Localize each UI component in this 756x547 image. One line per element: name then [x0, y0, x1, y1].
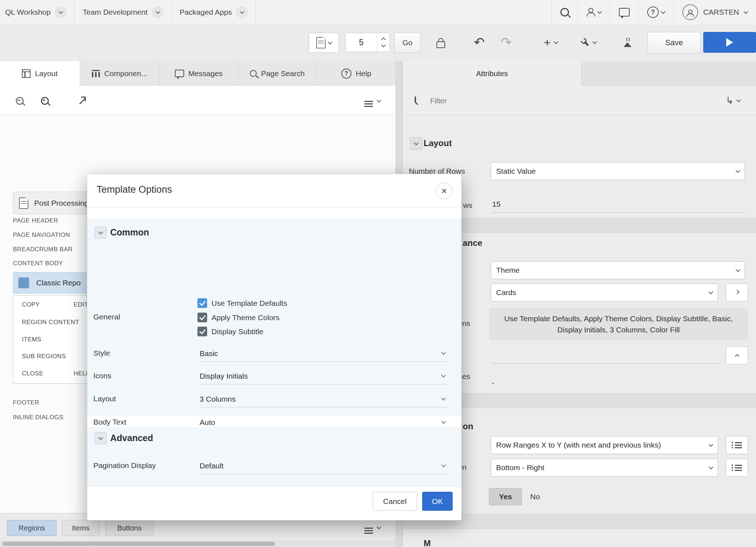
- zoom-in-button[interactable]: [36, 94, 54, 108]
- buttons-button[interactable]: Buttons: [105, 520, 154, 536]
- advanced-collapse-button[interactable]: [94, 432, 107, 444]
- chevron-down-icon[interactable]: [236, 6, 248, 18]
- checkbox-row-display-subtitle[interactable]: Display Subtitle: [197, 327, 263, 336]
- admin-menu-button[interactable]: [578, 0, 610, 24]
- ok-button-label: OK: [432, 497, 443, 506]
- empty-underline-field[interactable]: [491, 346, 718, 364]
- expand-button[interactable]: [73, 94, 90, 108]
- checkbox-row-apply-theme-colors[interactable]: Apply Theme Colors: [197, 313, 280, 322]
- menu-item-copy[interactable]: COPY: [22, 301, 40, 308]
- max-rows-field[interactable]: [491, 196, 745, 213]
- cancel-button[interactable]: Cancel: [373, 492, 417, 511]
- pagination-type-select[interactable]: Row Ranges X to Y (with next and previou…: [491, 436, 718, 454]
- pagination-display-select[interactable]: Default: [200, 458, 449, 474]
- menu-item-edit[interactable]: EDIT: [74, 301, 88, 308]
- shared-components-button[interactable]: [618, 33, 638, 52]
- layout-section-title: Layout: [424, 138, 452, 148]
- tab-attributes-label: Attributes: [476, 69, 508, 78]
- items-button[interactable]: Items: [61, 520, 100, 536]
- template-edit-button[interactable]: [726, 284, 748, 301]
- chevron-down-icon[interactable]: [152, 6, 163, 18]
- template-options-summary[interactable]: Use Template Defaults, Apply Theme Color…: [489, 308, 748, 340]
- chevron-down-icon: [709, 465, 713, 469]
- pagination-display-label: Pagination Display: [93, 461, 156, 470]
- page-selector-button[interactable]: [309, 33, 339, 53]
- tab-component-view[interactable]: Componen...: [80, 61, 160, 86]
- page-toolbar: Go ↶ ↷ + Save: [0, 24, 756, 61]
- nav-team-development[interactable]: Team Development: [75, 0, 171, 24]
- chevron-down-icon: [709, 442, 713, 447]
- no-toggle-button[interactable]: No: [530, 492, 540, 501]
- tree-item-page-header[interactable]: PAGE HEADER: [13, 217, 58, 224]
- redo-button[interactable]: ↷: [497, 32, 515, 52]
- run-button[interactable]: [703, 32, 756, 53]
- nav-sql-workshop[interactable]: QL Workshop: [0, 0, 74, 24]
- page-lock-button[interactable]: [433, 34, 449, 52]
- attributes-filter-bar: ↳: [403, 86, 756, 115]
- divider: [256, 0, 256, 24]
- checkbox-checked-icon[interactable]: [197, 298, 207, 308]
- icons-select[interactable]: Display Initials: [200, 368, 449, 384]
- tab-help[interactable]: ? Help: [317, 61, 396, 86]
- checkbox-checked-icon[interactable]: [197, 327, 207, 336]
- layout-menu-button[interactable]: [360, 94, 385, 107]
- tree-item-inline-dialogs[interactable]: INLINE DIALOGS: [13, 414, 64, 421]
- menu-item-region-content[interactable]: REGION CONTENT: [22, 319, 79, 326]
- tree-item-content-body[interactable]: CONTENT BODY: [13, 260, 63, 267]
- theme-select[interactable]: Theme: [491, 261, 745, 279]
- common-collapse-button[interactable]: [94, 226, 107, 239]
- tab-attributes[interactable]: Attributes: [403, 61, 582, 86]
- user-menu-button[interactable]: CARSTEN: [674, 0, 756, 24]
- layout-section-collapse-button[interactable]: [410, 137, 422, 150]
- chevron-down-icon[interactable]: [55, 6, 66, 18]
- utilities-button[interactable]: [574, 33, 603, 52]
- ok-button[interactable]: OK: [422, 492, 453, 511]
- pagination-position-list-button[interactable]: [726, 459, 748, 477]
- tree-item-page-navigation[interactable]: PAGE NAVIGATION: [13, 232, 70, 239]
- user-icon: [686, 10, 694, 17]
- chevron-down-icon: [736, 168, 740, 173]
- help-menu-button[interactable]: ?: [639, 0, 673, 24]
- tab-messages[interactable]: Messages: [160, 61, 238, 86]
- tree-item-breadcrumb-bar[interactable]: BREADCRUMB BAR: [13, 246, 73, 253]
- style-select[interactable]: Basic: [200, 345, 449, 362]
- max-rows-input[interactable]: [491, 196, 745, 212]
- chat-icon: [619, 8, 630, 17]
- feedback-button[interactable]: [610, 0, 638, 24]
- tab-page-search[interactable]: Page Search: [238, 61, 317, 86]
- yes-toggle-button[interactable]: Yes: [489, 488, 522, 505]
- zoom-out-button[interactable]: [11, 94, 29, 108]
- menu-item-close[interactable]: CLOSE: [22, 370, 43, 377]
- page-number-input[interactable]: [346, 33, 377, 52]
- tree-item-footer[interactable]: FOOTER: [13, 399, 39, 406]
- number-of-rows-type-select[interactable]: Static Value: [491, 162, 745, 180]
- undo-button[interactable]: ↶: [470, 32, 488, 52]
- tab-messages-label: Messages: [188, 69, 223, 78]
- filter-input[interactable]: [429, 94, 653, 108]
- right-panel-tabbar: Attributes: [403, 61, 756, 86]
- spinner-buttons[interactable]: [377, 33, 389, 52]
- create-button[interactable]: +: [537, 33, 565, 52]
- global-search-button[interactable]: [552, 0, 578, 24]
- dialog-close-button[interactable]: [436, 183, 452, 199]
- template-select[interactable]: Cards: [491, 284, 718, 301]
- menu-item-sub-regions[interactable]: SUB REGIONS: [22, 353, 66, 360]
- pagination-position-select[interactable]: Bottom - Right: [491, 459, 718, 477]
- goto-menu-button[interactable]: ↳: [719, 94, 747, 107]
- go-button[interactable]: Go: [394, 33, 421, 53]
- zoom-in-icon: [41, 97, 49, 105]
- chevron-down-icon: [441, 419, 446, 424]
- nav-packaged-apps[interactable]: Packaged Apps: [172, 0, 256, 24]
- gallery-menu-button[interactable]: [360, 521, 385, 534]
- layout-select[interactable]: 3 Columns: [200, 391, 449, 407]
- horizontal-scrollbar[interactable]: [0, 541, 396, 547]
- save-button[interactable]: Save: [648, 32, 701, 53]
- collapse-up-button[interactable]: [726, 346, 748, 364]
- scrollbar-thumb[interactable]: [2, 542, 275, 546]
- tab-layout[interactable]: Layout: [0, 61, 80, 86]
- checkbox-checked-icon[interactable]: [197, 313, 207, 322]
- regions-button[interactable]: Regions: [7, 520, 57, 536]
- checkbox-row-use-template-defaults[interactable]: Use Template Defaults: [197, 298, 287, 308]
- pagination-type-list-button[interactable]: [726, 436, 748, 454]
- menu-item-items[interactable]: ITEMS: [22, 336, 41, 343]
